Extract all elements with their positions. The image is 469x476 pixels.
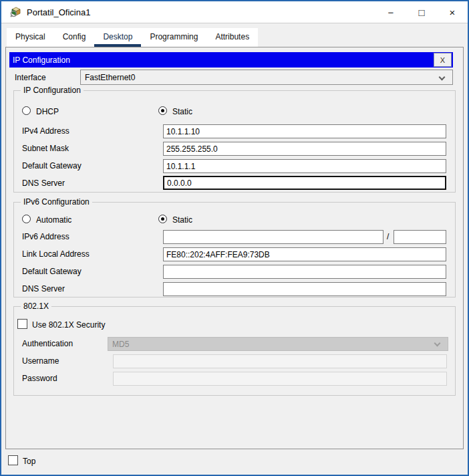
ipv6-group-legend: IPv6 Configuration <box>21 197 92 207</box>
ipv4-default-gateway-label: Default Gateway <box>22 161 82 170</box>
ipv4-default-gateway-input[interactable] <box>163 159 446 173</box>
authentication-label: Authentication <box>22 339 73 348</box>
tab-desktop[interactable]: Desktop <box>94 28 141 47</box>
subnet-mask-label: Subnet Mask <box>22 144 69 153</box>
ipv6-dns-server-label: DNS Server <box>22 284 65 293</box>
ipv6-automatic-radio-label[interactable]: Automatic <box>36 215 71 225</box>
ipv6-prefix-separator: / <box>387 232 389 241</box>
username-label: Username <box>22 356 59 366</box>
window-controls: − □ × <box>375 1 468 23</box>
chevron-down-icon <box>439 74 446 81</box>
username-input <box>113 354 447 368</box>
tab-bar: Physical Config Desktop Programming Attr… <box>7 28 258 47</box>
device-window: Portatil_Oficina1 − □ × Physical Config … <box>0 0 469 476</box>
subnet-mask-input[interactable] <box>163 142 446 156</box>
password-input <box>113 372 447 386</box>
ipv4-static-radio-label[interactable]: Static <box>172 107 192 116</box>
applet-close-button[interactable]: X <box>434 53 452 67</box>
window-title: Portatil_Oficina1 <box>27 7 90 17</box>
authentication-dropdown: MD5 <box>108 337 448 351</box>
link-local-address-label: Link Local Address <box>22 249 90 259</box>
dhcp-radio-label[interactable]: DHCP <box>36 107 59 116</box>
top-checkbox[interactable] <box>8 455 18 465</box>
ipv6-prefix-input[interactable] <box>394 230 446 244</box>
close-icon[interactable]: × <box>437 1 468 23</box>
authentication-dropdown-value: MD5 <box>112 340 129 349</box>
tab-config[interactable]: Config <box>54 28 95 47</box>
password-label: Password <box>22 374 57 383</box>
ipv4-dns-server-input[interactable] <box>163 176 446 190</box>
tab-programming[interactable]: Programming <box>141 28 206 47</box>
ipv4-dns-server-label: DNS Server <box>22 178 65 188</box>
dot1x-group-legend: 802.1X <box>21 302 51 311</box>
interface-dropdown[interactable]: FastEthernet0 <box>80 70 453 85</box>
ipv4-static-radio[interactable] <box>158 106 167 115</box>
maximize-icon[interactable]: □ <box>406 1 437 23</box>
ipv6-default-gateway-input[interactable] <box>163 265 446 279</box>
tab-physical[interactable]: Physical <box>7 28 54 47</box>
interface-label: Interface <box>15 73 46 82</box>
use-8021x-security-label[interactable]: Use 802.1X Security <box>32 320 105 330</box>
use-8021x-security-checkbox[interactable] <box>17 319 27 329</box>
ipv6-dns-server-input[interactable] <box>163 282 446 296</box>
ipv4-group-legend: IP Configuration <box>21 86 84 95</box>
ipv6-static-radio[interactable] <box>158 215 167 223</box>
minimize-icon[interactable]: − <box>375 1 406 23</box>
ipv6-automatic-radio[interactable] <box>22 215 31 223</box>
ip-configuration-header-title: IP Configuration <box>13 55 70 65</box>
ip-configuration-header: IP Configuration X <box>9 52 453 68</box>
ipv6-address-label: IPv6 Address <box>22 232 69 241</box>
ipv4-address-input[interactable] <box>163 124 446 138</box>
ipv6-static-radio-label[interactable]: Static <box>172 215 192 225</box>
ipv6-address-input[interactable] <box>163 230 383 244</box>
tab-attributes[interactable]: Attributes <box>206 28 258 47</box>
title-bar: Portatil_Oficina1 − □ × <box>1 1 468 23</box>
dhcp-radio[interactable] <box>22 106 31 115</box>
ipv6-default-gateway-label: Default Gateway <box>22 267 82 276</box>
ipv4-address-label: IPv4 Address <box>22 126 69 136</box>
top-checkbox-label[interactable]: Top <box>23 457 35 466</box>
chevron-down-icon <box>434 340 441 347</box>
packet-tracer-device-icon <box>9 6 21 18</box>
link-local-address-input[interactable] <box>163 247 446 261</box>
interface-dropdown-value: FastEthernet0 <box>85 73 135 82</box>
